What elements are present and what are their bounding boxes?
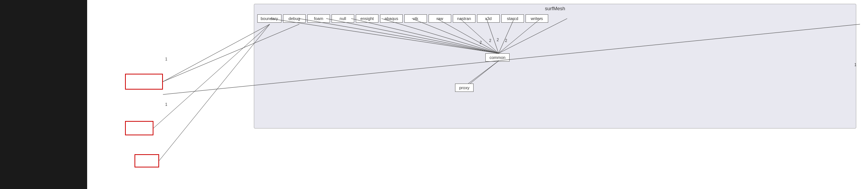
node-abaqus[interactable]: abaqus — [380, 14, 403, 23]
node-vtk[interactable]: vtk — [404, 14, 427, 23]
node-debug[interactable]: debug — [283, 14, 306, 23]
svg-line-4 — [382, 19, 499, 53]
svg-line-1 — [299, 19, 499, 53]
inner-lines-svg: 2 2 2 2 — [254, 4, 856, 128]
svg-text:2: 2 — [489, 39, 491, 43]
node-proxy[interactable]: proxy — [455, 84, 474, 92]
node-raw[interactable]: raw — [429, 14, 451, 23]
svg-line-8 — [486, 19, 499, 53]
surfmesh-title: surfMesh — [254, 4, 856, 12]
svg-line-3 — [351, 19, 499, 53]
svg-line-9 — [499, 19, 514, 53]
node-ensight[interactable]: ensight — [356, 14, 378, 23]
node-boundary[interactable]: boundary — [257, 14, 282, 23]
svg-text:2: 2 — [505, 39, 507, 43]
red-box-3 — [135, 154, 159, 167]
node-common[interactable]: common — [485, 53, 510, 62]
svg-line-6 — [437, 19, 499, 53]
node-x3d[interactable]: x3d — [477, 14, 500, 23]
red-box-2 — [125, 121, 153, 135]
node-null[interactable]: null — [332, 14, 354, 23]
left-panel — [0, 0, 87, 189]
node-nastran[interactable]: nastran — [453, 14, 475, 23]
svg-line-7 — [460, 19, 499, 53]
svg-text:1: 1 — [165, 102, 167, 107]
svg-line-2 — [326, 19, 499, 53]
svg-text:2: 2 — [480, 40, 482, 45]
svg-line-21 — [159, 24, 270, 161]
svg-line-12 — [468, 61, 499, 84]
svg-line-10 — [499, 19, 541, 53]
node-starcd[interactable]: starcd — [501, 14, 524, 23]
svg-line-0 — [270, 19, 499, 53]
svg-line-11 — [499, 19, 567, 53]
nodes-row: boundary debug foam null ensight abaqus … — [254, 12, 856, 23]
surfmesh-container: surfMesh boundary debug foam null ensigh… — [254, 4, 856, 129]
svg-line-5 — [412, 19, 499, 53]
node-foam[interactable]: foam — [307, 14, 330, 23]
red-box-1 — [125, 74, 163, 90]
svg-text:1: 1 — [165, 57, 167, 61]
svg-line-13 — [470, 61, 499, 84]
svg-line-20 — [153, 24, 270, 128]
main-canvas: surfMesh boundary debug foam null ensigh… — [0, 0, 868, 189]
node-writers[interactable]: writers — [525, 14, 548, 23]
svg-text:2: 2 — [497, 38, 499, 42]
